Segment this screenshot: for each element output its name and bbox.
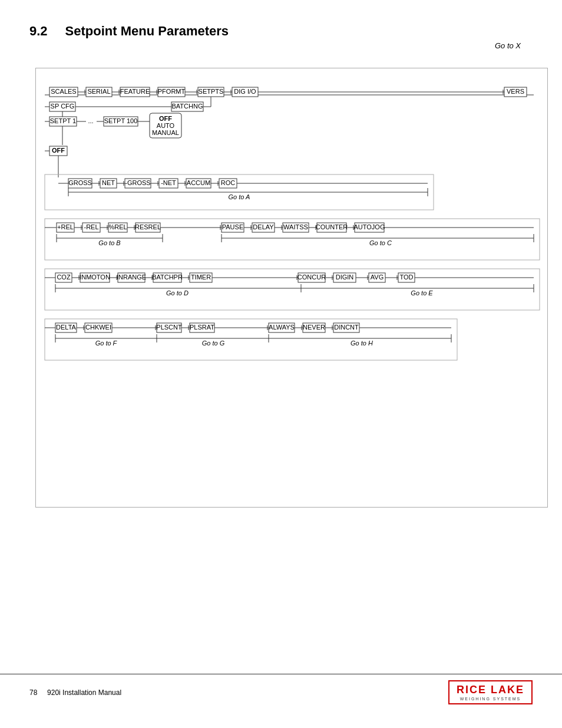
- node-nenet: -NET: [161, 179, 176, 186]
- brand-text: RICE LAKE: [457, 684, 524, 696]
- page-number: 78: [29, 689, 37, 697]
- node-feature: FEATURE: [120, 88, 150, 95]
- node-batchng: BATCHNG: [172, 103, 203, 110]
- node-pformt: PFORMT: [158, 88, 186, 95]
- node-waitss: WAITSS: [283, 223, 308, 230]
- option-manual: MANUAL: [152, 129, 179, 136]
- node-delta: DELTA: [56, 324, 76, 331]
- node-concur: CONCUR: [297, 274, 326, 281]
- goto-b: Go to B: [98, 239, 120, 246]
- node-digin: DIGIN: [336, 274, 354, 281]
- goto-x-label: Go to X: [29, 41, 533, 50]
- node-chkwei: CHKWEI: [85, 324, 111, 331]
- page-content: 9.2 Setpoint Menu Parameters Go to X SCA…: [0, 0, 562, 531]
- goto-a: Go to A: [229, 193, 250, 200]
- node-always: ALWAYS: [269, 324, 295, 331]
- node-plusrel: +REL: [57, 223, 74, 230]
- node-digio: DIG I/O: [234, 88, 256, 95]
- node-never: NEVER: [303, 324, 325, 331]
- node-coz: COZ: [57, 274, 71, 281]
- goto-c: Go to C: [369, 239, 392, 246]
- node-net: NET: [102, 179, 115, 186]
- node-roc: ROC: [221, 179, 236, 186]
- flow-diagram: SCALES SERIAL FEATURE PFORMT: [39, 74, 546, 499]
- node-pause: PAUSE: [222, 223, 243, 230]
- goto-g: Go to G: [202, 340, 225, 347]
- node-timer: TIMER: [191, 274, 211, 281]
- brand-sub: WEIGHING SYSTEMS: [457, 697, 524, 701]
- node-counter: COUNTER: [316, 223, 348, 230]
- node-setpt100: SETPT 100: [104, 117, 138, 124]
- node-delay: DELAY: [253, 223, 274, 230]
- section-title: Setpoint Menu Parameters: [65, 24, 229, 39]
- node-vers: VERS: [507, 88, 524, 95]
- goto-h: Go to H: [351, 340, 373, 347]
- node-inmoton: INMOTON: [80, 274, 110, 281]
- node-plscnt: PLSCNT: [156, 324, 182, 331]
- node-setpts: SETPTS: [199, 88, 224, 95]
- node-batchpr: BATCHPR: [152, 274, 183, 281]
- footer-page-info: 78 920i Installation Manual: [29, 689, 121, 697]
- footer: 78 920i Installation Manual RICE LAKE WE…: [0, 674, 562, 710]
- logo-box: RICE LAKE WEIGHING SYSTEMS: [448, 680, 533, 704]
- node-tod: TOD: [399, 274, 413, 281]
- node-pctrel: %REL: [108, 223, 127, 230]
- node-setpt1: SETPT 1: [50, 117, 76, 124]
- node-ellipsis: ...: [88, 117, 93, 124]
- section-number: 9.2: [29, 24, 48, 39]
- node-gross: GROSS: [68, 179, 92, 186]
- node-off: OFF: [52, 147, 65, 154]
- node-minusrel: -REL: [84, 223, 98, 230]
- node-spcfg: SP CFG: [51, 103, 75, 110]
- logo-container: RICE LAKE WEIGHING SYSTEMS: [448, 680, 533, 704]
- node-inrange: INRANGE: [117, 274, 146, 281]
- goto-e: Go to E: [411, 289, 433, 297]
- option-off: OFF: [159, 115, 172, 122]
- diagram-container: SCALES SERIAL FEATURE PFORMT: [35, 68, 548, 508]
- node-plsrat: PLSRAT: [190, 324, 214, 331]
- brand-name: RICE LAKE: [457, 684, 524, 697]
- node-dincnt: DINCNT: [334, 324, 359, 331]
- node-serial: SERIAL: [87, 88, 110, 95]
- node-scales: SCALES: [51, 88, 76, 95]
- option-auto: AUTO: [157, 122, 175, 129]
- node-accum: ACCUM: [187, 179, 210, 186]
- node-avg: AVG: [371, 274, 384, 281]
- goto-f: Go to F: [95, 340, 118, 347]
- manual-name: 920i Installation Manual: [47, 689, 121, 697]
- goto-d: Go to D: [166, 289, 189, 297]
- brand-sub-text: WEIGHING SYSTEMS: [460, 697, 521, 701]
- node-autojog: AUTOJOG: [354, 223, 385, 230]
- node-negross: -GROSS: [125, 179, 150, 186]
- node-resrel: RESREL: [135, 223, 161, 230]
